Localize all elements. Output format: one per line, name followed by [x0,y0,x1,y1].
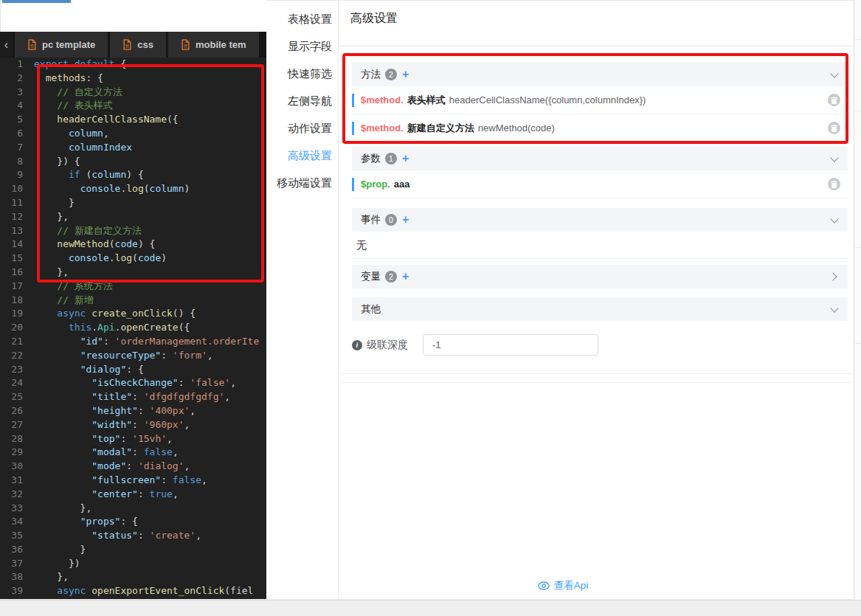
add-method-button[interactable]: + [402,69,409,80]
line-number: 8 [0,155,34,169]
tab-2[interactable]: css [110,32,166,58]
sidebar-item-1[interactable]: 表格设置 [266,11,338,27]
tab-label: css [137,39,153,50]
code-line: 26 "height": '400px', [0,404,266,418]
count-badge: 2 [385,69,397,80]
row-signature: headerCellClassName({column,columnIndex}… [449,94,646,105]
chevron-right-icon[interactable] [829,272,837,280]
section-variables-header[interactable]: 变量 2 + [352,265,848,288]
line-number: 12 [0,210,34,224]
code-line: 19 async create_onClick() { [0,307,266,321]
sidebar-item-4[interactable]: 左侧导航 [266,93,338,109]
code-line: 3 // 自定义方法 [0,86,266,100]
left-header-bar [0,0,267,32]
tab-3[interactable]: mobile tem [168,32,259,58]
add-param-button[interactable]: + [402,153,409,165]
add-variable-button[interactable]: + [402,271,409,283]
chevron-down-icon[interactable] [830,153,838,162]
param-item[interactable]: $prop.aaa [352,170,848,198]
line-number: 19 [0,307,34,321]
code-line: 9 if (column) { [0,168,266,182]
chevron-down-icon[interactable] [830,215,838,223]
params-list: $prop.aaa [352,170,848,198]
code-line: 10 console.log(column) [0,182,266,196]
row-signature: newMethod(code) [478,122,555,134]
sidebar-item-6[interactable]: 高级设置 [266,148,338,164]
line-number: 2 [0,72,34,86]
code-line: 12 }, [0,210,266,224]
code-line: 18 // 新增 [0,294,266,308]
advanced-settings-panel: 高级设置 方法 2 + $method.表头样式headerCellClassN… [339,0,854,599]
line-number: 33 [0,502,34,516]
sidebar-item-3[interactable]: 快速筛选 [266,66,338,82]
chevron-left-icon[interactable]: ‹ [0,32,13,58]
code-line: 25 "title": 'dfgdfgdfgdfg', [0,390,266,404]
cascade-depth-row: i 级联深度 [352,334,598,356]
line-number: 28 [0,432,34,446]
section-title: 方法 [361,68,381,81]
line-number: 3 [0,86,34,100]
section-methods: 方法 2 + $method.表头样式headerCellClassName({… [352,63,848,142]
row-name: 新建自定义方法 [407,122,474,135]
settings-menu: 表格设置显示字段快速筛选左侧导航动作设置高级设置移动端设置 [266,0,339,599]
divider [340,382,852,383]
chevron-down-icon[interactable] [830,304,838,312]
code-line: 22 "resourceType": 'form', [0,349,266,363]
code-line: 6 column, [0,127,266,141]
code-line: 14 newMethod(code) { [0,238,266,252]
code-line: 21 "id": 'orderManagement.orderIte [0,335,266,349]
method-item[interactable]: $method.表头样式headerCellClassName({column,… [352,86,848,114]
code-editor[interactable]: 1export default {2 methods: {3 // 自定义方法4… [0,58,266,599]
method-item[interactable]: $method.新建自定义方法newMethod(code) [352,114,848,142]
editor-tab-bar: ‹ pc templatecssmobile tem [0,32,266,58]
page-title: 高级设置 [350,11,398,27]
section-events-header[interactable]: 事件 0 + [352,208,848,232]
section-other-header[interactable]: 其他 [352,297,848,321]
code-line: 33 }, [0,502,266,516]
section-methods-header[interactable]: 方法 2 + [352,63,848,86]
section-params: 参数 1 + $prop.aaa [352,147,848,198]
row-accent-bar [352,122,354,135]
line-number: 30 [0,460,34,474]
line-number: 17 [0,280,34,294]
code-line: 4 // 表头样式 [0,99,266,113]
tab-1[interactable]: pc template [15,32,108,58]
view-api-link[interactable]: 查看Api [538,579,589,592]
line-number: 13 [0,224,34,238]
line-number: 29 [0,446,34,460]
code-line: 37 }) [0,557,266,571]
code-line: 13 // 新建自定义方法 [0,224,266,238]
sidebar-item-5[interactable]: 动作设置 [266,120,338,136]
line-number: 36 [0,543,34,557]
code-line: 7 columnIndex [0,141,266,155]
divider [340,373,852,374]
line-number: 24 [0,376,34,390]
code-line: 38 }, [0,570,266,584]
chevron-down-icon[interactable] [830,69,838,77]
line-number: 14 [0,238,34,252]
line-number: 38 [0,570,34,584]
line-number: 20 [0,321,34,335]
events-empty-text: 无 [352,232,848,259]
cascade-depth-input[interactable] [423,334,598,356]
sidebar-item-2[interactable]: 显示字段 [266,38,338,55]
add-event-button[interactable]: + [402,214,409,226]
code-line: 27 "width": '960px', [0,418,266,432]
code-line: 32 "center": true, [0,488,266,502]
file-icon [181,39,190,50]
code-line: 8 }) { [0,155,266,169]
sidebar-item-7[interactable]: 移动端设置 [266,175,338,191]
delete-button[interactable] [828,122,840,134]
eye-icon [538,581,550,590]
section-params-header[interactable]: 参数 1 + [352,147,848,170]
line-number: 16 [0,266,34,280]
code-line: 29 "modal": false, [0,446,266,460]
api-link-wrap: 查看Api [339,579,787,593]
delete-button[interactable] [828,94,840,106]
row-tag: $method. [361,94,404,105]
delete-button[interactable] [828,178,840,190]
line-number: 15 [0,252,34,266]
section-events: 事件 0 + 无 [352,208,848,259]
progress-accent-bar [2,0,71,3]
code-line: 5 headerCellClassName({ [0,113,266,127]
